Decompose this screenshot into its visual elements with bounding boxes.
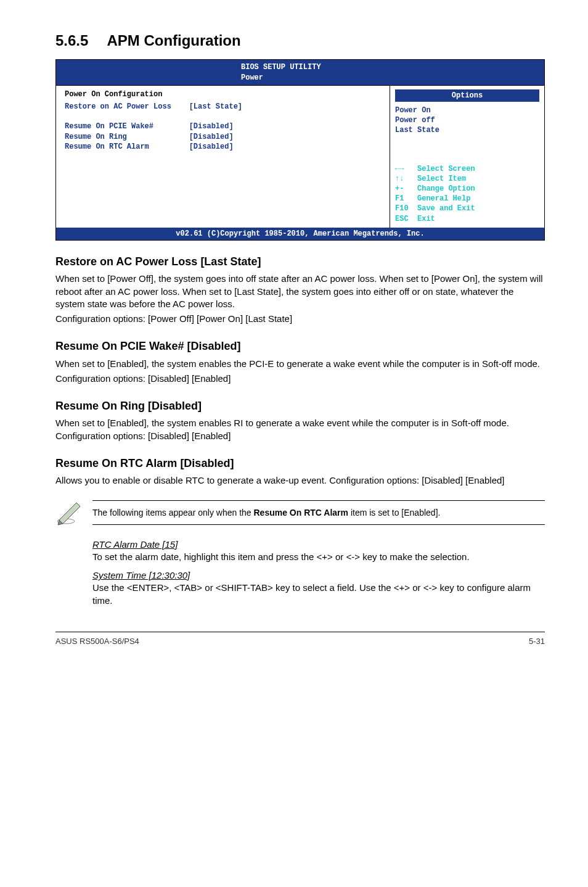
heading-resume-rtc: Resume On RTC Alarm [Disabled] [55,456,545,471]
footer-left: ASUS RS500A-S6/PS4 [55,636,139,647]
page-footer: ASUS RS500A-S6/PS4 5-31 [55,632,545,647]
pencil-icon [55,495,92,529]
bios-header: BIOS SETUP UTILITY Power [56,60,544,85]
para: When set to [Power Off], the system goes… [55,273,545,310]
heading-resume-ring: Resume On Ring [Disabled] [55,398,545,413]
note-prefix: The following items appear only when the [92,508,253,518]
bios-item: Resume On RTC Alarm [Disabled] [65,142,383,152]
note-block: The following items appear only when the… [55,495,545,529]
bios-item: Resume On PCIE Wake# [Disabled] [65,122,383,131]
para: When set to [Enabled], the system enable… [55,417,545,442]
section-title: APM Configuration [107,32,240,49]
sub-item-rtc: RTC Alarm Date [15] To set the alarm dat… [92,538,545,564]
para: To set the alarm date, highlight this it… [92,551,545,563]
bios-screen: BIOS SETUP UTILITY Power Power On Config… [55,59,545,241]
bios-header-tab: Power [56,73,544,83]
sub-heading-systime: System Time [12:30:30] [92,569,545,582]
heading-pcie-wake: Resume On PCIE Wake# [Disabled] [55,339,545,353]
bios-item [65,112,383,122]
bios-item: Resume On Ring [Disabled] [65,132,383,142]
para: Configuration options: [Power Off] [Powe… [55,313,545,325]
bios-right-panel: Options Power On Power off Last State ←→… [390,86,544,228]
note-text: The following items appear only when the… [92,500,545,526]
footer-right: 5-31 [529,636,545,647]
bios-item: Restore on AC Power Loss [Last State] [65,102,383,112]
bios-nav-keys: ←→ Select Screen ↑↓ Select Item +- Chang… [395,164,539,224]
note-suffix: item is set to [Enabled]. [348,508,440,518]
bios-options-values: Power On Power off Last State [395,105,539,136]
section-number: 5.6.5 [55,32,88,49]
bios-header-title: BIOS SETUP UTILITY [56,62,544,72]
sub-item-systime: System Time [12:30:30] Use the <ENTER>, … [92,569,545,607]
heading-restore-ac: Restore on AC Power Loss [Last State] [55,254,545,269]
para: Use the <ENTER>, <TAB> or <SHIFT-TAB> ke… [92,582,545,607]
sub-heading-rtc: RTC Alarm Date [15] [92,538,545,551]
bios-options-header: Options [395,89,539,102]
section-heading: 5.6.5APM Configuration [55,31,545,51]
bios-left-panel: Power On Configuration Restore on AC Pow… [56,86,390,228]
para: Configuration options: [Disabled] [Enabl… [55,373,545,385]
bios-panel-title: Power On Configuration [65,89,383,102]
bios-footer: v02.61 (C)Copyright 1985-2010, American … [56,228,544,240]
para: Allows you to enable or disable RTC to g… [55,474,545,487]
note-bold: Resume On RTC Alarm [253,508,348,518]
para: When set to [Enabled], the system enable… [55,358,545,370]
